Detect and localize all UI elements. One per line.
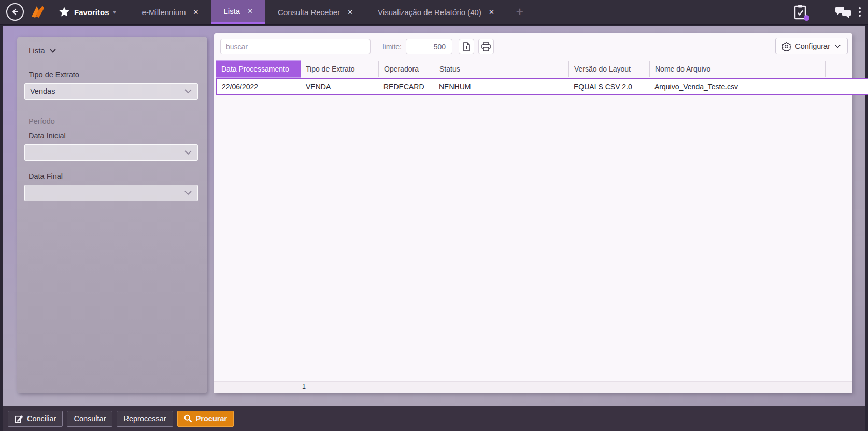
table-row-selected[interactable]: 22/06/2022 VENDA REDECARD NENHUM EQUALS … bbox=[216, 78, 868, 95]
workspace-background: Lista Tipo de Extrato Vendas Período Dat… bbox=[3, 26, 865, 431]
tab-visualizacao-relatorio[interactable]: Visualização de Relatório (40) ✕ bbox=[365, 0, 507, 24]
column-header-data-processamento[interactable]: Data Processamento bbox=[216, 61, 301, 77]
favorites-menu[interactable]: Favoritos ▾ bbox=[59, 6, 116, 18]
back-button[interactable] bbox=[6, 3, 24, 21]
sidebar-title: Lista bbox=[29, 46, 45, 55]
back-arrow-icon bbox=[10, 7, 20, 17]
top-bar: Favoritos ▾ e-Millennium ✕ Lista ✕ Consu… bbox=[0, 0, 868, 25]
reprocessar-button[interactable]: Reprocessar bbox=[117, 411, 173, 427]
conciliar-label: Conciliar bbox=[27, 414, 56, 423]
notification-dot-badge bbox=[804, 15, 809, 21]
export-button[interactable] bbox=[459, 39, 474, 54]
data-final-label: Data Final bbox=[29, 172, 198, 180]
topbar-divider bbox=[821, 5, 821, 19]
consultar-label: Consultar bbox=[74, 414, 106, 423]
configure-button[interactable]: Configurar bbox=[775, 38, 848, 54]
cell-data-processamento: 22/06/2022 bbox=[218, 79, 301, 94]
tab-close-icon[interactable]: ✕ bbox=[193, 8, 199, 16]
millennium-logo-icon bbox=[30, 4, 46, 20]
print-button[interactable] bbox=[478, 39, 494, 54]
tipo-extrato-value: Vendas bbox=[30, 87, 55, 95]
tipo-extrato-label: Tipo de Extrato bbox=[29, 71, 198, 79]
conciliar-button[interactable]: Conciliar bbox=[8, 411, 63, 427]
star-icon bbox=[59, 6, 70, 18]
tab-lista[interactable]: Lista ✕ bbox=[211, 0, 265, 24]
messages-button[interactable] bbox=[835, 5, 851, 19]
topbar-divider bbox=[52, 5, 52, 19]
results-toolbar: limite: bbox=[214, 33, 852, 60]
clipboard-tasks-button[interactable] bbox=[793, 4, 807, 20]
data-inicial-label: Data Inicial bbox=[29, 132, 198, 140]
edit-pencil-icon bbox=[15, 414, 23, 423]
chevron-down-icon bbox=[834, 44, 841, 49]
tipo-extrato-select[interactable]: Vendas bbox=[24, 83, 198, 100]
column-header-spacer bbox=[825, 61, 851, 77]
action-bar: Conciliar Consultar Reprocessar Procurar bbox=[3, 406, 865, 431]
gear-icon bbox=[782, 42, 791, 51]
table-header-row: Data Processamento Tipo de Extrato Opera… bbox=[214, 61, 851, 77]
data-inicial-select[interactable] bbox=[24, 144, 198, 161]
tab-label: Consulta Receber bbox=[278, 8, 340, 17]
column-header-status[interactable]: Status bbox=[434, 61, 568, 77]
new-tab-button[interactable]: + bbox=[516, 5, 523, 19]
tab-close-icon[interactable]: ✕ bbox=[489, 8, 494, 16]
printer-icon bbox=[481, 42, 491, 51]
app-window: Favoritos ▾ e-Millennium ✕ Lista ✕ Consu… bbox=[0, 0, 868, 431]
tab-label: Lista bbox=[223, 7, 240, 16]
cell-nome-do-arquivo: Arquivo_Venda_Teste.csv bbox=[650, 79, 826, 94]
tab-label: Visualização de Relatório (40) bbox=[378, 8, 481, 17]
pagination-bar: 1 bbox=[214, 381, 852, 393]
cell-versao-do-layout: EQUALS CSV 2.0 bbox=[570, 79, 650, 94]
periodo-label: Período bbox=[29, 117, 198, 126]
limit-input[interactable] bbox=[406, 39, 452, 54]
tab-close-icon[interactable]: ✕ bbox=[247, 7, 253, 15]
topbar-right-icons bbox=[793, 4, 868, 20]
tab-close-icon[interactable]: ✕ bbox=[347, 8, 353, 16]
cell-status: NENHUM bbox=[435, 79, 570, 94]
tab-label: e-Millennium bbox=[142, 8, 186, 17]
reprocessar-label: Reprocessar bbox=[123, 414, 166, 423]
results-panel: limite: bbox=[214, 33, 852, 393]
overflow-menu-button[interactable] bbox=[859, 7, 861, 17]
limit-label: limite: bbox=[369, 43, 402, 51]
procurar-label: Procurar bbox=[196, 414, 227, 423]
column-header-operadora[interactable]: Operadora bbox=[378, 61, 434, 77]
document-icon bbox=[462, 42, 471, 51]
cell-operadora: REDECARD bbox=[379, 79, 435, 94]
chevron-down-icon bbox=[184, 150, 192, 155]
column-header-nome-do-arquivo[interactable]: Nome do Arquivo bbox=[649, 61, 825, 77]
chat-bubbles-icon bbox=[835, 5, 851, 19]
favorites-caret-icon: ▾ bbox=[113, 9, 116, 15]
cell-tipo-de-extrato: VENDA bbox=[302, 79, 379, 94]
magnifier-icon bbox=[184, 414, 192, 423]
chevron-down-icon bbox=[184, 190, 192, 196]
consultar-button[interactable]: Consultar bbox=[67, 411, 112, 427]
chevron-down-icon bbox=[49, 48, 56, 53]
page-number[interactable]: 1 bbox=[302, 383, 306, 391]
column-header-tipo-de-extrato[interactable]: Tipo de Extrato bbox=[301, 61, 378, 77]
data-final-select[interactable] bbox=[24, 185, 198, 201]
sidebar-section-lista[interactable]: Lista bbox=[24, 43, 198, 55]
chevron-down-icon bbox=[184, 89, 192, 94]
procurar-button[interactable]: Procurar bbox=[177, 411, 234, 427]
tab-e-millennium[interactable]: e-Millennium ✕ bbox=[130, 0, 211, 24]
tab-strip: e-Millennium ✕ Lista ✕ Consulta Receber … bbox=[130, 0, 507, 24]
configure-label: Configurar bbox=[795, 42, 830, 50]
filter-sidebar: Lista Tipo de Extrato Vendas Período Dat… bbox=[17, 37, 207, 393]
tab-consulta-receber[interactable]: Consulta Receber ✕ bbox=[265, 0, 365, 24]
favorites-label: Favoritos bbox=[74, 8, 109, 17]
column-header-versao-do-layout[interactable]: Versão do Layout bbox=[568, 61, 649, 77]
search-input[interactable] bbox=[220, 39, 371, 54]
